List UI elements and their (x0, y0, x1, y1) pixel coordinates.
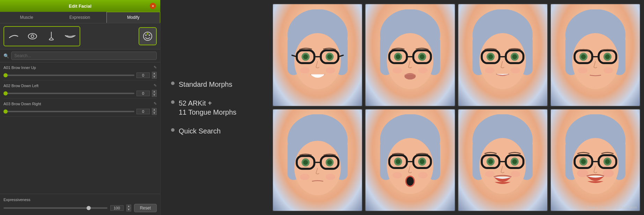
face-card-5 (272, 109, 363, 212)
spin-up-a02[interactable]: ▲ (152, 90, 157, 93)
search-input[interactable] (11, 52, 157, 60)
feature-label-1: Standard Morphs (179, 80, 232, 89)
slider-track-a01[interactable] (3, 75, 134, 76)
face-svg-2 (370, 9, 450, 101)
svg-point-35 (418, 67, 428, 73)
spin-up-a01[interactable]: ▲ (152, 72, 157, 75)
svg-point-61 (603, 67, 613, 73)
expressiveness-label: Expressiveness (3, 198, 157, 202)
svg-point-114 (577, 169, 588, 177)
svg-point-74 (326, 174, 335, 180)
features-section: Standard Morphs 52 ARKit +11 Tongue Morp… (161, 0, 269, 215)
svg-point-46 (512, 54, 517, 59)
feature-arkit: 52 ARKit +11 Tongue Morphs (171, 99, 258, 117)
face-svg-8 (555, 114, 636, 206)
morph-edit-a03[interactable]: ✎ (154, 101, 157, 106)
face-card-1 (272, 3, 363, 107)
svg-point-102 (511, 171, 520, 177)
face-render-1 (273, 4, 362, 106)
svg-point-21 (326, 67, 335, 73)
spin-down-a02[interactable]: ▼ (152, 93, 157, 97)
svg-point-88 (392, 172, 402, 178)
expressiveness-spin-down[interactable]: ▼ (126, 208, 131, 212)
face-render-8: Original Character @José Tijerin (551, 109, 640, 211)
svg-point-57 (581, 54, 586, 59)
spin-down-a03[interactable]: ▼ (152, 112, 157, 115)
svg-point-17 (303, 54, 308, 59)
svg-point-73 (300, 174, 310, 180)
slider-track-a02[interactable] (3, 93, 134, 94)
morph-edit-a01[interactable]: ✎ (154, 65, 157, 70)
nose-icon-btn[interactable] (43, 28, 60, 45)
svg-point-113 (605, 159, 610, 164)
tab-modify[interactable]: Modify (106, 12, 160, 23)
feature-standard-morphs: Standard Morphs (171, 80, 258, 89)
face-render-5 (273, 109, 362, 211)
spinner-a03: ▲ ▼ (152, 108, 157, 115)
close-button[interactable]: ✕ (150, 3, 156, 9)
eye-icon (27, 32, 38, 40)
eye-icon-btn[interactable] (24, 28, 41, 45)
svg-point-100 (512, 159, 517, 164)
mouth-icon-btn[interactable] (62, 28, 79, 45)
panel-title: Edit Facial (10, 3, 150, 9)
face-svg-4 (555, 9, 636, 101)
svg-point-48 (511, 67, 520, 73)
tab-muscle[interactable]: Muscle (0, 12, 53, 23)
face-part-icons (3, 26, 80, 46)
face-render-2 (365, 4, 454, 106)
spin-down-a01[interactable]: ▼ (152, 75, 157, 79)
morph-item-a01: A01 Brow Inner Up ✎ ▲ ▼ (3, 62, 157, 80)
slider-track-a03[interactable] (3, 111, 134, 112)
feature-label-3: Quick Search (179, 126, 221, 136)
icon-row (0, 23, 160, 49)
face-svg-1 (277, 9, 358, 101)
svg-point-20 (300, 67, 310, 73)
brow-icon (8, 33, 19, 40)
svg-point-111 (581, 159, 586, 164)
face-add-icon-btn[interactable] (139, 27, 157, 45)
spinner-a01: ▲ ▼ (152, 72, 157, 79)
slider-value-a02[interactable] (136, 91, 150, 96)
face-svg-3 (462, 9, 543, 101)
face-render-4 (551, 4, 640, 106)
bullet-dot-3 (171, 128, 175, 132)
morph-list: A01 Brow Inner Up ✎ ▲ ▼ (0, 62, 160, 194)
morph-list-container: A01 Brow Inner Up ✎ ▲ ▼ (0, 62, 160, 194)
morph-label-a01: A01 Brow Inner Up (3, 66, 36, 70)
feature-label-2: 52 ARKit +11 Tongue Morphs (179, 99, 236, 117)
expressiveness-spin-up[interactable]: ▲ (126, 205, 131, 208)
panel-title-bar: Edit Facial ✕ (0, 0, 160, 12)
svg-point-87 (407, 177, 414, 185)
morph-item-a02: A02 Brow Down Left ✎ ▲ ▼ (3, 80, 157, 99)
expressiveness-slider[interactable] (3, 207, 108, 209)
svg-point-83 (396, 159, 401, 164)
slider-value-a03[interactable] (136, 109, 150, 114)
expressiveness-spinner: ▲ ▼ (126, 205, 131, 212)
search-row: 🔍 (0, 49, 160, 62)
svg-point-60 (578, 67, 587, 73)
bullet-dot-2 (171, 100, 175, 104)
svg-point-70 (303, 160, 308, 165)
svg-point-101 (485, 171, 495, 177)
svg-point-44 (488, 54, 493, 59)
face-svg-7 (462, 114, 543, 206)
mouth-icon (64, 32, 76, 40)
face-card-3 (458, 3, 548, 107)
nose-icon (47, 31, 55, 42)
brow-icon-btn[interactable] (5, 28, 22, 45)
morph-edit-a02[interactable]: ✎ (154, 83, 157, 88)
face-card-8: Original Character @José Tijerin (550, 109, 641, 212)
tab-expression[interactable]: Expression (53, 12, 106, 23)
svg-point-85 (420, 159, 424, 164)
slider-value-a01[interactable] (136, 72, 150, 78)
reset-button[interactable]: Reset (134, 204, 157, 212)
svg-point-19 (327, 54, 332, 59)
watermark: Original Character @José Tijerin (586, 206, 637, 209)
face-svg-5 (277, 114, 358, 206)
spinner-a02: ▲ ▼ (152, 90, 157, 97)
face-add-icon (143, 31, 153, 41)
face-render-7 (458, 109, 547, 211)
spin-up-a03[interactable]: ▲ (152, 108, 157, 112)
expressiveness-value[interactable] (110, 205, 124, 211)
